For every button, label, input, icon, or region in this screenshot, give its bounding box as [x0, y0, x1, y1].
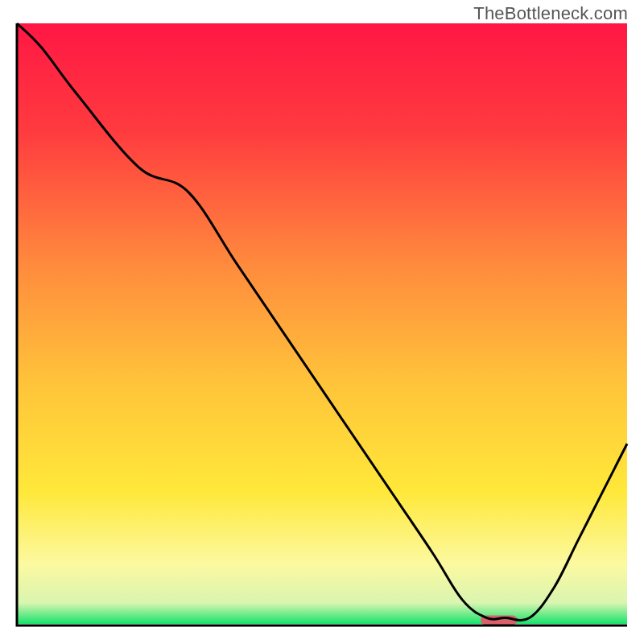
chart-svg [15, 22, 629, 629]
gradient-background [17, 23, 627, 624]
chart-frame [15, 22, 629, 629]
